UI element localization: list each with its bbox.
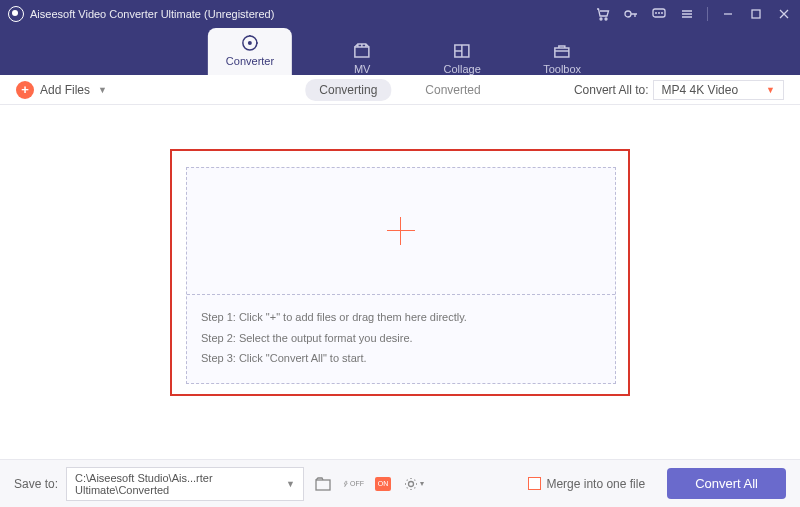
svg-point-2 <box>625 11 631 17</box>
tab-converter-label: Converter <box>226 55 274 67</box>
dropzone[interactable]: Step 1: Click "+" to add files or drag t… <box>186 167 616 385</box>
footer: Save to: C:\Aiseesoft Studio\Ais...rter … <box>0 459 800 507</box>
plus-icon: + <box>16 81 34 99</box>
main-tabs: Converter MV Collage Toolbox <box>208 28 592 75</box>
save-to-label: Save to: <box>14 477 58 491</box>
highlight-box: Step 1: Click "+" to add files or drag t… <box>170 149 630 397</box>
save-path-dropdown[interactable]: C:\Aiseesoft Studio\Ais...rter Ultimate\… <box>66 467 304 501</box>
mv-icon <box>352 42 372 60</box>
toolbox-icon <box>552 42 572 60</box>
main-canvas: Step 1: Click "+" to add files or drag t… <box>0 105 800 440</box>
minimize-icon[interactable] <box>720 6 736 22</box>
step-2-text: Step 2: Select the output format you des… <box>201 328 601 349</box>
step-3-text: Step 3: Click "Convert All" to start. <box>201 348 601 369</box>
hardware-accel-button[interactable]: OFF <box>342 474 364 494</box>
dropzone-add-area[interactable] <box>187 168 615 294</box>
merge-label: Merge into one file <box>546 477 645 491</box>
tab-mv[interactable]: MV <box>332 42 392 75</box>
app-title: Aiseesoft Video Converter Ultimate (Unre… <box>30 8 274 20</box>
big-plus-icon <box>387 217 415 245</box>
svg-point-0 <box>600 18 602 20</box>
tab-mv-label: MV <box>354 63 371 75</box>
save-path-value: C:\Aiseesoft Studio\Ais...rter Ultimate\… <box>75 472 286 496</box>
subtab-converted[interactable]: Converted <box>411 79 494 101</box>
app-logo-icon <box>8 6 24 22</box>
step-1-text: Step 1: Click "+" to add files or drag t… <box>201 307 601 328</box>
settings-button[interactable]: ▾ <box>402 474 424 494</box>
svg-point-6 <box>248 41 252 45</box>
collage-icon <box>452 42 472 60</box>
toolbar: + Add Files ▼ Converting Converted Conve… <box>0 75 800 105</box>
svg-rect-10 <box>316 480 330 490</box>
gpu-badge: ON <box>375 477 391 491</box>
chevron-down-icon: ▼ <box>286 479 295 489</box>
chevron-down-icon: ▼ <box>766 85 775 95</box>
menu-icon[interactable] <box>679 6 695 22</box>
chevron-down-icon: ▼ <box>98 85 107 95</box>
open-folder-button[interactable] <box>312 474 334 494</box>
key-icon[interactable] <box>623 6 639 22</box>
output-format-dropdown[interactable]: MP4 4K Video ▼ <box>653 80 784 100</box>
svg-point-11 <box>409 481 414 486</box>
add-files-label: Add Files <box>40 83 90 97</box>
svg-rect-4 <box>752 10 760 18</box>
convert-all-button[interactable]: Convert All <box>667 468 786 499</box>
svg-point-1 <box>605 18 607 20</box>
subtab-converting[interactable]: Converting <box>305 79 391 101</box>
tab-collage[interactable]: Collage <box>432 42 492 75</box>
tab-toolbox[interactable]: Toolbox <box>532 42 592 75</box>
add-files-button[interactable]: + Add Files ▼ <box>16 81 107 99</box>
close-icon[interactable] <box>776 6 792 22</box>
gpu-button[interactable]: ON <box>372 474 394 494</box>
instructions: Step 1: Click "+" to add files or drag t… <box>187 295 615 384</box>
converter-icon <box>240 34 260 52</box>
merge-checkbox[interactable]: Merge into one file <box>528 477 645 491</box>
svg-rect-9 <box>555 48 569 57</box>
titlebar: Aiseesoft Video Converter Ultimate (Unre… <box>0 0 800 75</box>
cart-icon[interactable] <box>595 6 611 22</box>
tab-toolbox-label: Toolbox <box>543 63 581 75</box>
tab-converter[interactable]: Converter <box>208 28 292 75</box>
feedback-icon[interactable] <box>651 6 667 22</box>
divider <box>707 7 708 21</box>
maximize-icon[interactable] <box>748 6 764 22</box>
tab-collage-label: Collage <box>443 63 480 75</box>
output-format-value: MP4 4K Video <box>662 83 739 97</box>
convert-all-to-label: Convert All to: <box>574 83 649 97</box>
svg-rect-7 <box>355 47 369 57</box>
checkbox-icon <box>528 477 541 490</box>
